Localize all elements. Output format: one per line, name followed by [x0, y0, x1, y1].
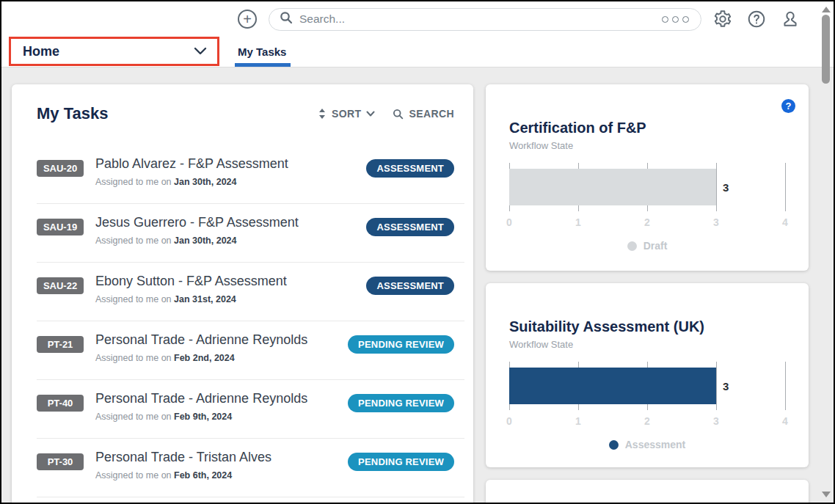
sort-button[interactable]: SORT	[318, 108, 376, 120]
bar-value-label: 3	[723, 380, 729, 392]
search-icon	[280, 11, 293, 27]
task-row[interactable]: SAU-20 Pablo Alvarez - F&P Assessment As…	[12, 145, 473, 204]
bar-chart: 3	[509, 163, 785, 211]
task-row[interactable]: SAU-22 Ebony Sutton - F&P Assessment Ass…	[12, 263, 473, 321]
task-row[interactable]: PT-30 Personal Trade - Tristan Alves Ass…	[12, 439, 473, 497]
scrollbar-thumb[interactable]	[822, 15, 830, 84]
status-badge: ASSESSMENT	[366, 159, 454, 178]
task-title[interactable]: Pablo Alvarez - F&P Assessment	[95, 156, 366, 172]
search-icon	[393, 109, 404, 120]
bar-value-label: 3	[723, 181, 729, 194]
task-id-badge: SAU-19	[37, 219, 84, 235]
task-id-badge: SAU-22	[37, 277, 84, 294]
my-tasks-title: My Tasks	[37, 104, 108, 123]
chart-card-partial	[486, 480, 809, 504]
task-assigned: Assigned to me on Feb 2nd, 2024	[95, 353, 348, 363]
chart-legend: Assessment	[509, 439, 785, 450]
task-assigned: Assigned to me on Jan 30th, 2024	[95, 177, 366, 187]
gear-icon[interactable]	[713, 10, 732, 29]
topbar-icon-group	[713, 10, 800, 29]
scrollbar[interactable]	[820, 3, 832, 501]
help-icon[interactable]	[747, 10, 766, 29]
task-id-badge: SAU-20	[37, 160, 84, 177]
task-id-badge: PT-40	[37, 395, 84, 412]
tab-active-indicator	[235, 63, 291, 67]
task-title[interactable]: Ebony Sutton - F&P Assessment	[95, 274, 366, 289]
task-assigned: Assigned to me on Jan 31st, 2024	[95, 294, 366, 304]
chart-subtitle: Workflow State	[509, 339, 785, 350]
task-title[interactable]: Jesus Guerrero - F&P Assessment	[95, 215, 366, 230]
search-label: SEARCH	[409, 108, 454, 120]
search-placeholder: Search...	[299, 12, 655, 26]
chevron-down-icon	[194, 45, 207, 58]
x-axis-ticks: 01234	[509, 415, 785, 428]
list-controls: SORT SEARCH	[318, 108, 454, 120]
content-area: My Tasks SORT SEARCH SAU-20	[1, 67, 834, 503]
task-id-badge: PT-30	[37, 453, 84, 470]
task-title[interactable]: Personal Trade - Adrienne Reynolds	[95, 391, 348, 406]
task-row[interactable]: SAU-19 Jesus Guerrero - F&P Assessment A…	[12, 204, 473, 263]
chart-bar[interactable]	[509, 368, 716, 404]
task-assigned: Assigned to me on Feb 9th, 2024	[95, 412, 348, 422]
task-id-badge: PT-21	[37, 336, 84, 353]
chart-legend: Draft	[509, 240, 785, 252]
home-dropdown-label: Home	[23, 44, 59, 59]
search-options-icon[interactable]	[662, 16, 690, 23]
bar-chart: 3	[509, 362, 785, 410]
my-tasks-header: My Tasks SORT SEARCH	[12, 84, 473, 129]
status-badge: PENDING REVIEW	[348, 394, 454, 412]
user-icon[interactable]	[781, 10, 800, 29]
status-badge: PENDING REVIEW	[348, 453, 454, 471]
task-title[interactable]: Personal Trade - Tristan Alves	[95, 450, 348, 465]
task-row[interactable]: PT-40 Personal Trade - Adrienne Reynolds…	[12, 380, 473, 439]
task-assigned: Assigned to me on Jan 30th, 2024	[95, 235, 366, 246]
add-icon[interactable]: +	[238, 10, 257, 29]
chart-card-certification: ? Certification of F&P Workflow State 3 …	[486, 84, 809, 271]
task-assigned: Assigned to me on Feb 6th, 2024	[95, 470, 348, 481]
tab-my-tasks[interactable]: My Tasks	[236, 37, 288, 67]
global-search-input[interactable]: Search...	[269, 8, 701, 31]
scroll-up-icon[interactable]	[822, 7, 831, 12]
chart-card-suitability: Suitability Assessment (UK) Workflow Sta…	[486, 283, 809, 467]
app-window: + Search... Home My Ta	[0, 0, 835, 504]
legend-dot	[609, 440, 619, 450]
status-badge: ASSESSMENT	[366, 218, 454, 236]
status-badge: ASSESSMENT	[366, 277, 454, 295]
chart-title: Suitability Assessment (UK)	[509, 283, 785, 335]
home-dropdown[interactable]: Home	[9, 37, 219, 66]
legend-label: Assessment	[625, 439, 686, 450]
sort-label: SORT	[332, 108, 362, 120]
chevron-down-icon	[366, 111, 375, 117]
chart-help-icon[interactable]: ?	[781, 99, 795, 113]
chart-subtitle: Workflow State	[509, 140, 785, 151]
nav-bar: Home My Tasks	[1, 37, 834, 67]
task-list: SAU-20 Pablo Alvarez - F&P Assessment As…	[12, 145, 473, 497]
task-row[interactable]: PT-21 Personal Trade - Adrienne Reynolds…	[12, 321, 473, 380]
chart-title: Certification of F&P	[509, 84, 785, 136]
my-tasks-panel: My Tasks SORT SEARCH SAU-20	[12, 84, 473, 504]
sort-arrows-icon	[318, 109, 327, 119]
status-badge: PENDING REVIEW	[348, 335, 454, 354]
top-bar: + Search...	[1, 1, 834, 37]
x-axis-ticks: 01234	[509, 216, 785, 230]
legend-dot	[627, 241, 637, 251]
scroll-down-icon[interactable]	[822, 492, 831, 497]
chart-bar[interactable]	[509, 169, 716, 205]
task-title[interactable]: Personal Trade - Adrienne Reynolds	[95, 332, 348, 348]
search-tasks-button[interactable]: SEARCH	[393, 108, 454, 120]
legend-label: Draft	[643, 240, 668, 252]
